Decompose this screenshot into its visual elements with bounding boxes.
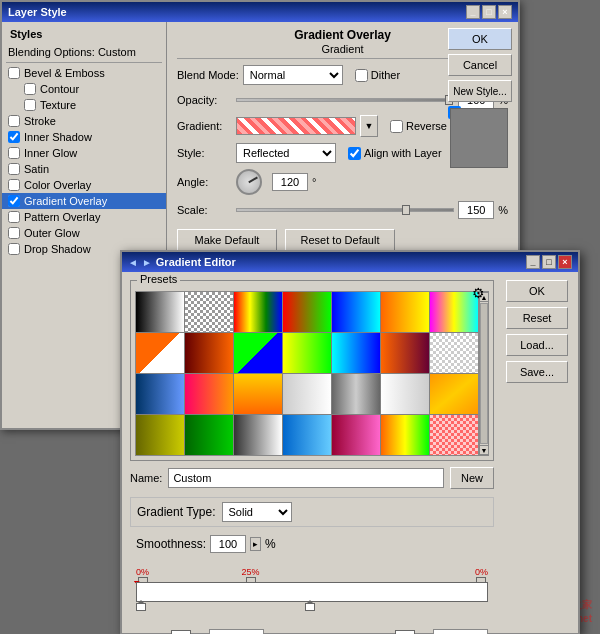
preset-1[interactable] [136, 292, 184, 332]
preset-10[interactable] [234, 333, 282, 373]
satin-checkbox[interactable] [8, 163, 20, 175]
color-swatch-2[interactable] [395, 630, 415, 634]
preset-17[interactable] [234, 374, 282, 414]
sidebar-item-pattern-overlay[interactable]: Pattern Overlay [2, 209, 166, 225]
scale-thumb[interactable] [402, 205, 410, 215]
preset-27[interactable] [381, 415, 429, 455]
outer-glow-checkbox[interactable] [8, 227, 20, 239]
inner-glow-checkbox[interactable] [8, 147, 20, 159]
ge-maximize-btn[interactable]: □ [542, 255, 556, 269]
preset-16[interactable] [185, 374, 233, 414]
ge-minimize-btn[interactable]: _ [526, 255, 540, 269]
sidebar-item-satin[interactable]: Satin [2, 161, 166, 177]
preset-4[interactable] [283, 292, 331, 332]
ge-load-button[interactable]: Load... [506, 334, 568, 356]
minimize-btn[interactable]: _ [466, 5, 480, 19]
preset-21[interactable] [430, 374, 478, 414]
scroll-down[interactable]: ▼ [479, 445, 489, 455]
cancel-button[interactable]: Cancel [448, 54, 512, 76]
bevel-checkbox[interactable] [8, 67, 20, 79]
preset-11[interactable] [283, 333, 331, 373]
preset-24[interactable] [234, 415, 282, 455]
preset-5[interactable] [332, 292, 380, 332]
sidebar-item-texture[interactable]: Texture [2, 97, 166, 113]
preset-23[interactable] [185, 415, 233, 455]
preset-7[interactable] [430, 292, 478, 332]
preset-20[interactable] [381, 374, 429, 414]
sidebar-item-bevel[interactable]: Bevel & Emboss [2, 65, 166, 81]
sidebar-item-gradient-overlay[interactable]: Gradient Overlay [2, 193, 166, 209]
inner-shadow-checkbox[interactable] [8, 131, 20, 143]
preset-6[interactable] [381, 292, 429, 332]
ok-button[interactable]: OK [448, 28, 512, 50]
sidebar-item-contour[interactable]: Contour [2, 81, 166, 97]
smoothness-input[interactable] [210, 535, 246, 553]
preset-13[interactable] [381, 333, 429, 373]
ge-title-text: Gradient Editor [156, 256, 236, 268]
reverse-checkbox[interactable] [390, 120, 403, 133]
name-input[interactable] [168, 468, 444, 488]
gradient-preview[interactable] [236, 117, 356, 135]
color-hex-input-1[interactable] [209, 629, 264, 634]
sidebar-item-inner-shadow[interactable]: Inner Shadow [2, 129, 166, 145]
preset-12[interactable] [332, 333, 380, 373]
angle-row: Angle: ° [177, 169, 508, 195]
preset-8[interactable] [136, 333, 184, 373]
ge-save-button[interactable]: Save... [506, 361, 568, 383]
ge-reset-button[interactable]: Reset [506, 307, 568, 329]
scale-unit: % [498, 204, 508, 216]
gradient-dropdown-btn[interactable]: ▼ [360, 115, 378, 137]
stop-bottom-1[interactable] [136, 603, 146, 611]
preset-9[interactable] [185, 333, 233, 373]
sidebar-item-outer-glow[interactable]: Outer Glow [2, 225, 166, 241]
smoothness-stepper[interactable]: ▸ [250, 537, 261, 551]
preset-3[interactable] [234, 292, 282, 332]
dither-checkbox[interactable] [355, 69, 368, 82]
preset-26[interactable] [332, 415, 380, 455]
new-gradient-button[interactable]: New [450, 467, 494, 489]
preset-15[interactable] [136, 374, 184, 414]
make-default-button[interactable]: Make Default [177, 229, 277, 251]
close-btn[interactable]: × [498, 5, 512, 19]
preset-28[interactable] [430, 415, 478, 455]
preset-2[interactable] [185, 292, 233, 332]
preset-22[interactable] [136, 415, 184, 455]
align-with-layer-checkbox[interactable] [348, 147, 361, 160]
ge-close-btn[interactable]: × [558, 255, 572, 269]
presets-scrollbar[interactable]: ▲ ▼ [479, 291, 489, 456]
sidebar-blending-options[interactable]: Blending Options: Custom [2, 44, 166, 60]
color-hex-input-2[interactable] [433, 629, 488, 634]
gradient-overlay-checkbox[interactable] [8, 195, 20, 207]
preset-14[interactable] [430, 333, 478, 373]
ge-title-icon-right: ► [142, 257, 152, 268]
color-overlay-checkbox[interactable] [8, 179, 20, 191]
sidebar-item-inner-glow[interactable]: Inner Glow [2, 145, 166, 161]
color-swatch-1[interactable] [171, 630, 191, 634]
sidebar-item-color-overlay[interactable]: Color Overlay [2, 177, 166, 193]
scroll-thumb[interactable] [480, 303, 488, 444]
style-select[interactable]: Reflected [236, 143, 336, 163]
angle-dial[interactable] [236, 169, 262, 195]
scale-input[interactable] [458, 201, 494, 219]
ge-ok-button[interactable]: OK [506, 280, 568, 302]
angle-input[interactable] [272, 173, 308, 191]
maximize-btn[interactable]: □ [482, 5, 496, 19]
opacity-track[interactable] [236, 98, 454, 102]
new-style-button[interactable]: New Style... [448, 80, 512, 102]
contour-checkbox[interactable] [24, 83, 36, 95]
sidebar-item-stroke[interactable]: Stroke [2, 113, 166, 129]
stroke-checkbox[interactable] [8, 115, 20, 127]
gradient-type-select[interactable]: Solid [222, 502, 292, 522]
preset-19[interactable] [332, 374, 380, 414]
preset-25[interactable] [283, 415, 331, 455]
scale-track[interactable] [236, 208, 454, 212]
pattern-overlay-checkbox[interactable] [8, 211, 20, 223]
stop-bottom-2[interactable] [305, 603, 315, 611]
drop-shadow-checkbox[interactable] [8, 243, 20, 255]
presets-settings-icon[interactable]: ⚙ [472, 285, 485, 301]
blend-mode-select[interactable]: Normal [243, 65, 343, 85]
preset-18[interactable] [283, 374, 331, 414]
gradient-bar[interactable] [136, 582, 488, 602]
reset-default-button[interactable]: Reset to Default [285, 229, 395, 251]
texture-checkbox[interactable] [24, 99, 36, 111]
